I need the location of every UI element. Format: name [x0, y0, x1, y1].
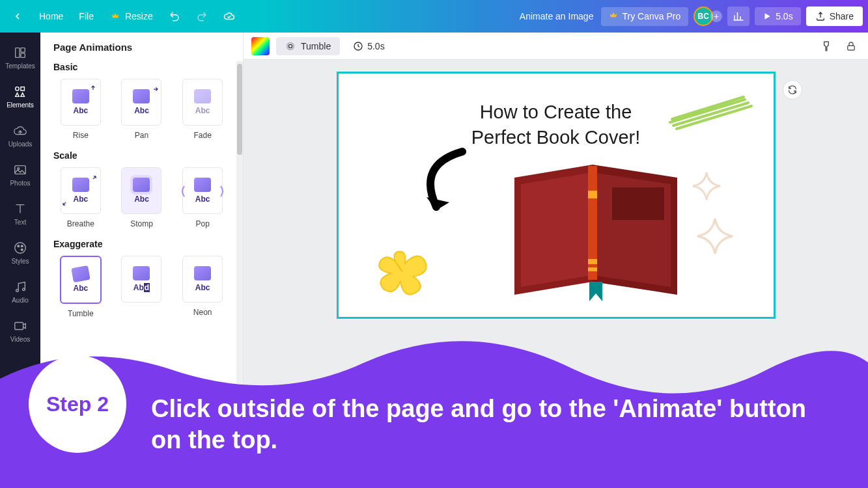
rail-label: Audio	[12, 297, 29, 304]
animation-icon	[285, 41, 296, 51]
svg-rect-2	[21, 53, 25, 57]
resize-label: Resize	[125, 11, 153, 21]
anim-item[interactable]: Abd	[121, 256, 161, 303]
anim-label: Neon	[193, 308, 212, 317]
back-button[interactable]	[5, 7, 30, 26]
anim-pop[interactable]: Abc	[182, 167, 223, 214]
sync-page-button[interactable]	[783, 80, 802, 100]
anim-fade[interactable]: Abc	[182, 79, 223, 126]
panel-scrollbar[interactable]	[236, 61, 243, 488]
anim-label: Breathe	[67, 219, 94, 228]
rail-label: Templates	[5, 62, 35, 70]
uploads-icon	[13, 124, 27, 138]
upload-icon	[815, 11, 826, 21]
chevron-left-icon	[12, 10, 23, 22]
document-title[interactable]: Animate an Image	[520, 11, 594, 21]
anim-rise[interactable]: Abc	[61, 79, 101, 126]
brush-icon	[820, 40, 833, 53]
section-exaggerate: Exaggerate	[53, 239, 230, 249]
svg-point-10	[21, 249, 23, 251]
photos-icon	[13, 163, 27, 177]
rail-styles[interactable]: Styles	[0, 233, 40, 272]
crown-icon	[109, 10, 121, 22]
section-basic: Basic	[53, 62, 230, 72]
scribble-graphic[interactable]	[667, 93, 758, 132]
arrow-graphic[interactable]	[404, 145, 482, 223]
crown-icon	[609, 11, 618, 22]
svg-rect-13	[15, 322, 23, 329]
rail-label: Styles	[11, 258, 29, 265]
rail-audio[interactable]: Audio	[0, 272, 40, 311]
top-bar: Home File Resize Animate an Image	[0, 0, 868, 33]
share-button[interactable]: Share	[806, 7, 863, 26]
chart-icon	[733, 10, 744, 22]
insights-button[interactable]	[727, 7, 749, 26]
rail-label: Photos	[10, 180, 30, 187]
rail-label: Text	[14, 219, 26, 226]
redo-button[interactable]	[189, 7, 214, 26]
rail-templates[interactable]: Templates	[0, 38, 40, 77]
refresh-icon	[787, 85, 798, 95]
rail-label: Elements	[7, 102, 34, 109]
canvas-page[interactable]: How to Create thePerfect Book Cover!	[337, 72, 776, 319]
cloud-sync-button[interactable]	[217, 7, 242, 26]
anim-label: Pan	[135, 131, 148, 140]
anim-tumble[interactable]: Abc	[60, 256, 102, 304]
side-rail: Templates Elements Uploads Photos Text S…	[0, 33, 40, 488]
rail-photos[interactable]: Photos	[0, 155, 40, 194]
svg-point-7	[15, 242, 26, 253]
rail-text[interactable]: Text	[0, 194, 40, 233]
background-color-button[interactable]	[251, 37, 270, 55]
context-toolbar: Tumble 5.0s	[244, 33, 868, 60]
undo-button[interactable]	[162, 7, 187, 26]
anim-breathe[interactable]: Abc	[61, 167, 101, 214]
rail-uploads[interactable]: Uploads	[0, 116, 40, 155]
animation-label: Tumble	[301, 41, 331, 51]
sparkle-graphic[interactable]	[692, 171, 721, 201]
svg-rect-4	[21, 87, 24, 90]
anim-pan[interactable]: Abc	[121, 79, 161, 126]
rail-label: Videos	[10, 336, 30, 343]
home-button[interactable]: Home	[33, 7, 70, 25]
duration-button[interactable]: 5.0s	[346, 37, 391, 55]
redo-icon	[196, 10, 208, 22]
book-graphic[interactable]	[508, 152, 684, 314]
anim-stomp[interactable]: Abc	[121, 167, 161, 214]
canvas-area[interactable]: How to Create thePerfect Book Cover!	[244, 60, 868, 488]
present-button[interactable]: 5.0s	[755, 7, 800, 25]
rail-label: Uploads	[8, 141, 33, 148]
lock-button[interactable]	[842, 37, 860, 55]
svg-point-12	[23, 288, 25, 290]
duration-label: 5.0s	[367, 41, 384, 51]
rail-elements[interactable]: Elements	[0, 77, 40, 116]
svg-rect-17	[848, 46, 855, 50]
share-label: Share	[830, 11, 854, 21]
svg-rect-23	[588, 259, 597, 264]
anim-label: Stomp	[130, 219, 153, 228]
try-pro-button[interactable]: Try Canva Pro	[601, 7, 688, 26]
animation-button[interactable]: Tumble	[276, 37, 340, 55]
svg-point-11	[16, 289, 19, 291]
svg-rect-25	[612, 187, 664, 220]
rail-videos[interactable]: Videos	[0, 311, 40, 350]
styles-icon	[13, 241, 27, 255]
try-pro-label: Try Canva Pro	[622, 11, 680, 21]
svg-rect-24	[588, 267, 597, 271]
sparkle-graphic[interactable]	[695, 217, 735, 256]
add-member-button[interactable]: +	[710, 10, 722, 22]
svg-point-15	[287, 42, 294, 49]
animations-panel: Page Animations Basic Abc Rise Abc Pan A…	[40, 33, 244, 488]
svg-point-3	[16, 87, 20, 90]
anim-neon[interactable]: Abc	[182, 256, 223, 303]
undo-icon	[169, 10, 180, 22]
flower-graphic[interactable]	[371, 244, 434, 300]
svg-point-9	[21, 245, 23, 247]
clock-icon	[353, 41, 363, 51]
panel-title: Page Animations	[40, 33, 243, 62]
anim-label: Rise	[73, 131, 89, 140]
elements-icon	[13, 85, 27, 99]
anim-label: Pop	[195, 219, 209, 228]
resize-button[interactable]: Resize	[103, 7, 160, 26]
file-menu[interactable]: File	[72, 7, 100, 25]
style-brush-button[interactable]	[817, 37, 835, 55]
